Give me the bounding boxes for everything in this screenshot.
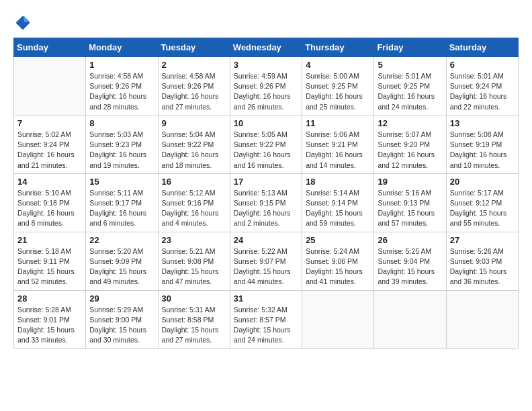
day-cell: 18Sunrise: 5:14 AM Sunset: 9:14 PM Dayli… — [302, 173, 374, 232]
weekday-header-wednesday: Wednesday — [230, 38, 302, 57]
day-number: 6 — [450, 60, 515, 70]
day-number: 31 — [234, 293, 298, 304]
day-number: 4 — [306, 60, 370, 70]
day-number: 1 — [89, 60, 154, 70]
day-info: Sunrise: 5:08 AM Sunset: 9:19 PM Dayligh… — [450, 130, 515, 171]
day-info: Sunrise: 5:20 AM Sunset: 9:09 PM Dayligh… — [89, 246, 154, 287]
day-number: 13 — [450, 118, 515, 128]
page-header — [13, 13, 519, 32]
day-number: 23 — [162, 235, 226, 245]
day-number: 28 — [17, 293, 82, 304]
day-info: Sunrise: 4:59 AM Sunset: 9:26 PM Dayligh… — [234, 71, 298, 112]
day-info: Sunrise: 5:13 AM Sunset: 9:15 PM Dayligh… — [234, 188, 298, 229]
day-cell: 27Sunrise: 5:26 AM Sunset: 9:03 PM Dayli… — [446, 232, 518, 290]
day-cell: 9Sunrise: 5:04 AM Sunset: 9:22 PM Daylig… — [158, 115, 230, 173]
week-row-5: 28Sunrise: 5:28 AM Sunset: 9:01 PM Dayli… — [14, 290, 519, 349]
day-cell: 17Sunrise: 5:13 AM Sunset: 9:15 PM Dayli… — [230, 173, 302, 232]
day-number: 19 — [378, 177, 442, 187]
day-number: 3 — [234, 60, 298, 70]
day-info: Sunrise: 5:22 AM Sunset: 9:07 PM Dayligh… — [234, 246, 298, 287]
day-info: Sunrise: 5:07 AM Sunset: 9:20 PM Dayligh… — [378, 130, 442, 171]
day-cell: 25Sunrise: 5:24 AM Sunset: 9:06 PM Dayli… — [302, 232, 374, 290]
day-cell — [446, 290, 518, 349]
day-cell: 8Sunrise: 5:03 AM Sunset: 9:23 PM Daylig… — [86, 115, 158, 173]
day-info: Sunrise: 5:29 AM Sunset: 9:00 PM Dayligh… — [89, 305, 154, 346]
day-cell: 29Sunrise: 5:29 AM Sunset: 9:00 PM Dayli… — [86, 290, 158, 349]
day-info: Sunrise: 5:17 AM Sunset: 9:12 PM Dayligh… — [450, 188, 515, 229]
day-cell: 7Sunrise: 5:02 AM Sunset: 9:24 PM Daylig… — [14, 115, 86, 173]
week-row-3: 14Sunrise: 5:10 AM Sunset: 9:18 PM Dayli… — [14, 173, 519, 232]
day-number: 10 — [234, 118, 298, 128]
day-cell: 10Sunrise: 5:05 AM Sunset: 9:22 PM Dayli… — [230, 115, 302, 173]
day-info: Sunrise: 5:32 AM Sunset: 8:57 PM Dayligh… — [234, 305, 298, 346]
day-cell: 11Sunrise: 5:06 AM Sunset: 9:21 PM Dayli… — [302, 115, 374, 173]
week-row-1: 1Sunrise: 4:58 AM Sunset: 9:26 PM Daylig… — [14, 57, 519, 116]
day-cell: 2Sunrise: 4:58 AM Sunset: 9:26 PM Daylig… — [158, 57, 230, 116]
weekday-header-row: SundayMondayTuesdayWednesdayThursdayFrid… — [14, 38, 519, 57]
day-number: 2 — [162, 60, 226, 70]
day-info: Sunrise: 5:00 AM Sunset: 9:25 PM Dayligh… — [306, 71, 370, 112]
day-cell: 12Sunrise: 5:07 AM Sunset: 9:20 PM Dayli… — [374, 115, 446, 173]
day-cell: 23Sunrise: 5:21 AM Sunset: 9:08 PM Dayli… — [158, 232, 230, 290]
day-info: Sunrise: 5:26 AM Sunset: 9:03 PM Dayligh… — [450, 246, 515, 287]
day-info: Sunrise: 5:02 AM Sunset: 9:24 PM Dayligh… — [17, 130, 82, 171]
day-cell: 24Sunrise: 5:22 AM Sunset: 9:07 PM Dayli… — [230, 232, 302, 290]
day-cell: 5Sunrise: 5:01 AM Sunset: 9:25 PM Daylig… — [374, 57, 446, 116]
day-cell: 26Sunrise: 5:25 AM Sunset: 9:04 PM Dayli… — [374, 232, 446, 290]
day-number: 21 — [17, 235, 82, 245]
logo — [13, 13, 35, 32]
day-cell: 22Sunrise: 5:20 AM Sunset: 9:09 PM Dayli… — [86, 232, 158, 290]
day-cell: 1Sunrise: 4:58 AM Sunset: 9:26 PM Daylig… — [86, 57, 158, 116]
day-number: 18 — [306, 177, 370, 187]
day-info: Sunrise: 5:10 AM Sunset: 9:18 PM Dayligh… — [17, 188, 82, 229]
day-info: Sunrise: 5:18 AM Sunset: 9:11 PM Dayligh… — [17, 246, 82, 287]
day-number: 16 — [162, 177, 226, 187]
day-number: 15 — [89, 177, 154, 187]
day-number: 30 — [162, 293, 226, 304]
day-cell: 30Sunrise: 5:31 AM Sunset: 8:58 PM Dayli… — [158, 290, 230, 349]
calendar-table: SundayMondayTuesdayWednesdayThursdayFrid… — [13, 38, 519, 349]
svg-marker-1 — [24, 16, 30, 22]
day-number: 25 — [306, 235, 370, 245]
day-info: Sunrise: 5:01 AM Sunset: 9:25 PM Dayligh… — [378, 71, 442, 112]
day-cell: 13Sunrise: 5:08 AM Sunset: 9:19 PM Dayli… — [446, 115, 518, 173]
weekday-header-saturday: Saturday — [446, 38, 518, 57]
day-cell: 3Sunrise: 4:59 AM Sunset: 9:26 PM Daylig… — [230, 57, 302, 116]
day-info: Sunrise: 5:06 AM Sunset: 9:21 PM Dayligh… — [306, 130, 370, 171]
day-number: 9 — [162, 118, 226, 128]
week-row-2: 7Sunrise: 5:02 AM Sunset: 9:24 PM Daylig… — [14, 115, 519, 173]
day-cell — [302, 290, 374, 349]
day-info: Sunrise: 5:25 AM Sunset: 9:04 PM Dayligh… — [378, 246, 442, 287]
day-cell: 19Sunrise: 5:16 AM Sunset: 9:13 PM Dayli… — [374, 173, 446, 232]
day-cell: 16Sunrise: 5:12 AM Sunset: 9:16 PM Dayli… — [158, 173, 230, 232]
day-number: 14 — [17, 177, 82, 187]
day-number: 17 — [234, 177, 298, 187]
day-cell: 6Sunrise: 5:01 AM Sunset: 9:24 PM Daylig… — [446, 57, 518, 116]
day-cell: 15Sunrise: 5:11 AM Sunset: 9:17 PM Dayli… — [86, 173, 158, 232]
day-number: 11 — [306, 118, 370, 128]
day-info: Sunrise: 5:01 AM Sunset: 9:24 PM Dayligh… — [450, 71, 515, 112]
day-cell: 21Sunrise: 5:18 AM Sunset: 9:11 PM Dayli… — [14, 232, 86, 290]
day-cell — [14, 57, 86, 116]
day-info: Sunrise: 5:31 AM Sunset: 8:58 PM Dayligh… — [162, 305, 226, 346]
day-info: Sunrise: 5:14 AM Sunset: 9:14 PM Dayligh… — [306, 188, 370, 229]
day-info: Sunrise: 5:05 AM Sunset: 9:22 PM Dayligh… — [234, 130, 298, 171]
week-row-4: 21Sunrise: 5:18 AM Sunset: 9:11 PM Dayli… — [14, 232, 519, 290]
day-number: 12 — [378, 118, 442, 128]
day-info: Sunrise: 5:04 AM Sunset: 9:22 PM Dayligh… — [162, 130, 226, 171]
day-number: 27 — [450, 235, 515, 245]
day-cell: 31Sunrise: 5:32 AM Sunset: 8:57 PM Dayli… — [230, 290, 302, 349]
day-info: Sunrise: 4:58 AM Sunset: 9:26 PM Dayligh… — [89, 71, 154, 112]
day-number: 29 — [89, 293, 154, 304]
day-info: Sunrise: 5:03 AM Sunset: 9:23 PM Dayligh… — [89, 130, 154, 171]
day-info: Sunrise: 5:28 AM Sunset: 9:01 PM Dayligh… — [17, 305, 82, 346]
day-info: Sunrise: 5:24 AM Sunset: 9:06 PM Dayligh… — [306, 246, 370, 287]
weekday-header-tuesday: Tuesday — [158, 38, 230, 57]
day-cell: 20Sunrise: 5:17 AM Sunset: 9:12 PM Dayli… — [446, 173, 518, 232]
weekday-header-thursday: Thursday — [302, 38, 374, 57]
day-cell: 28Sunrise: 5:28 AM Sunset: 9:01 PM Dayli… — [14, 290, 86, 349]
day-cell: 14Sunrise: 5:10 AM Sunset: 9:18 PM Dayli… — [14, 173, 86, 232]
day-cell: 4Sunrise: 5:00 AM Sunset: 9:25 PM Daylig… — [302, 57, 374, 116]
weekday-header-monday: Monday — [86, 38, 158, 57]
day-info: Sunrise: 5:16 AM Sunset: 9:13 PM Dayligh… — [378, 188, 442, 229]
